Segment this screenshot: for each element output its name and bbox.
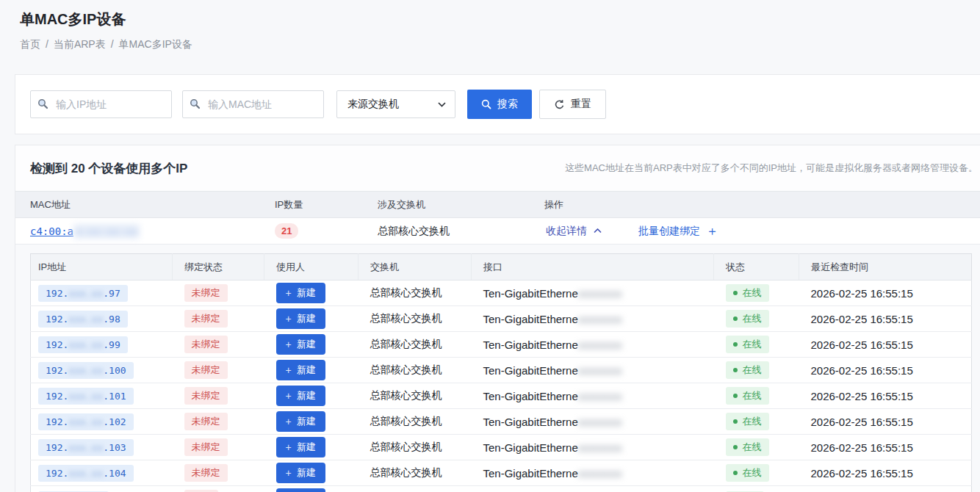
search-icon xyxy=(190,98,201,109)
switch-name: 总部核心交换机 xyxy=(370,415,442,427)
mac-address-link[interactable]: c4:00:ax:xx:xx:xx xyxy=(30,225,140,237)
source-switch-select-value: 来源交换机 xyxy=(347,98,399,111)
plus-icon: + xyxy=(286,365,292,375)
interface-name: Ten-GigabitEthernexxxxxxxx xyxy=(483,287,622,300)
ip-address-pill[interactable]: 192.xxx.xx.98 xyxy=(38,311,128,328)
online-status-badge: 在线 xyxy=(726,361,769,379)
reset-button[interactable]: 重置 xyxy=(539,90,606,119)
page-header: 单MAC多IP设备 首页 / 当前ARP表 / 单MAC多IP设备 xyxy=(0,0,980,51)
online-status-badge: 在线 xyxy=(726,438,769,456)
create-user-button[interactable]: + 新建 xyxy=(276,283,325,303)
online-status-badge: 在线 xyxy=(726,336,769,353)
detail-table-row: 192.xxx.xx.104 未绑定 + 新建 总部核心交换机 xyxy=(31,460,972,486)
mac-search-input[interactable] xyxy=(182,90,324,118)
header-ip-address: IP地址 xyxy=(31,254,173,281)
header-switch: 交换机 xyxy=(359,254,472,281)
search-icon xyxy=(481,99,491,109)
create-user-button[interactable]: + 新建 xyxy=(276,360,325,380)
detection-summary-description: 这些MAC地址在当前ARP表中对应了多个不同的IP地址，可能是虚拟化服务器或者网… xyxy=(565,162,978,175)
detail-table-row: 192.xxx.xx.101 未绑定 + 新建 总部核心交换机 xyxy=(31,383,972,409)
ip-address-pill[interactable]: 192.xxx.xx.97 xyxy=(38,285,128,302)
bind-status-badge: 未绑定 xyxy=(184,336,228,353)
plus-icon: ＋ xyxy=(706,225,718,237)
filter-bar: 来源交换机 搜索 重置 xyxy=(15,74,980,134)
redacted-interface-segment: xxxxxxxx xyxy=(578,441,622,454)
interface-name: Ten-GigabitEthernexxxxxxxx xyxy=(483,364,622,377)
switch-name: 总部核心交换机 xyxy=(370,466,442,478)
create-user-button[interactable]: + 新建 xyxy=(276,463,325,483)
header-switches: 涉及交换机 xyxy=(363,198,525,211)
search-button[interactable]: 搜索 xyxy=(467,90,532,119)
redacted-interface-segment: xxxxxxxx xyxy=(578,467,622,480)
interface-name: Ten-GigabitEthernexxxxxxxx xyxy=(483,339,622,351)
header-bind-status: 绑定状态 xyxy=(173,254,264,281)
last-check-time: 2026-02-25 16:55:15 xyxy=(811,287,913,300)
detection-summary-title: 检测到 20 个设备使用多个IP xyxy=(30,160,187,177)
batch-create-binding-link[interactable]: 批量创建绑定 ＋ xyxy=(638,225,718,238)
redacted-ip-segment: xxx.xx xyxy=(68,391,103,402)
switch-name: 总部核心交换机 xyxy=(370,441,442,452)
redacted-ip-segment: xxx.xx xyxy=(68,442,103,453)
redacted-interface-segment: xxxxxxxx xyxy=(578,364,622,377)
ip-address-pill[interactable]: 192.xxx.xx.99 xyxy=(38,336,128,353)
redacted-ip-segment: xxx.xx xyxy=(68,314,103,325)
last-check-time: 2026-02-25 16:55:15 xyxy=(811,339,913,351)
switch-name: 总部核心交换机 xyxy=(370,363,442,375)
breadcrumb-separator: / xyxy=(111,38,114,51)
create-user-button[interactable]: + 新建 xyxy=(276,386,325,406)
detail-table-header-row: IP地址 绑定状态 使用人 交换机 接口 状态 最近检查时间 xyxy=(31,254,972,281)
create-user-button[interactable]: + 新建 xyxy=(276,308,325,329)
ip-address-pill[interactable]: 192.xxx.xx.104 xyxy=(38,465,134,482)
ip-address-pill[interactable]: 192.xxx.xx.102 xyxy=(38,413,134,430)
bind-status-badge: 未绑定 xyxy=(184,284,228,302)
online-dot-icon xyxy=(733,316,738,321)
create-user-button[interactable]: + 新建 xyxy=(276,488,325,492)
redacted-ip-segment: xxx.xx xyxy=(68,365,103,376)
plus-icon: + xyxy=(286,339,292,350)
header-status: 状态 xyxy=(714,254,799,281)
device-table-header: MAC地址 IP数量 涉及交换机 操作 xyxy=(15,191,980,218)
bind-status-badge: 未绑定 xyxy=(184,464,228,482)
create-user-button[interactable]: + 新建 xyxy=(276,437,325,457)
ip-address-pill[interactable]: 192.xxx.xx.100 xyxy=(38,362,134,379)
detail-table-row: 192.xxx.xx.103 未绑定 + 新建 总部核心交换机 xyxy=(31,435,972,460)
online-dot-icon xyxy=(733,394,738,398)
redacted-interface-segment: xxxxxxxx xyxy=(578,313,622,325)
online-status-badge: 在线 xyxy=(726,284,769,302)
bind-status-badge: 未绑定 xyxy=(184,361,228,379)
bind-status-badge: 未绑定 xyxy=(184,413,228,430)
breadcrumb-home[interactable]: 首页 xyxy=(20,38,40,51)
search-button-label: 搜索 xyxy=(497,98,518,111)
interface-name: Ten-GigabitEthernexxxxxxxx xyxy=(483,390,622,402)
plus-icon: + xyxy=(286,391,292,401)
detail-table-row: 192.xxx.xx.99 未绑定 + 新建 总部核心交换机 xyxy=(31,332,972,358)
refresh-icon xyxy=(554,99,565,110)
mac-search-field-wrap xyxy=(182,90,324,118)
collapse-details-link[interactable]: 收起详情 xyxy=(546,225,602,238)
create-user-button[interactable]: + 新建 xyxy=(276,411,325,432)
switch-name: 总部核心交换机 xyxy=(370,389,442,401)
source-switch-select[interactable]: 来源交换机 xyxy=(336,90,455,118)
online-dot-icon xyxy=(733,291,738,295)
last-check-time: 2026-02-25 16:55:15 xyxy=(811,467,913,480)
redacted-ip-segment: xxx.xx xyxy=(68,468,103,479)
bind-status-badge: 未绑定 xyxy=(184,387,228,405)
last-check-time: 2026-02-25 16:55:15 xyxy=(811,441,913,454)
plus-icon: + xyxy=(286,314,292,324)
ip-address-pill[interactable]: 192.xxx.xx.103 xyxy=(38,439,134,456)
plus-icon: + xyxy=(286,442,292,452)
ip-search-input[interactable] xyxy=(30,90,172,118)
chevron-down-icon xyxy=(438,102,446,107)
reset-button-label: 重置 xyxy=(571,98,591,111)
online-dot-icon xyxy=(733,368,738,372)
plus-icon: + xyxy=(286,416,292,427)
create-user-button[interactable]: + 新建 xyxy=(276,334,325,355)
redacted-ip-segment: xxx.xx xyxy=(68,288,103,299)
device-panel: 检测到 20 个设备使用多个IP 这些MAC地址在当前ARP表中对应了多个不同的… xyxy=(15,145,980,492)
breadcrumb-arp-table[interactable]: 当前ARP表 xyxy=(54,38,106,51)
ip-address-pill[interactable]: 192.xxx.xx.101 xyxy=(38,388,134,405)
header-ip-count: IP数量 xyxy=(254,198,363,211)
online-dot-icon xyxy=(733,342,738,347)
header-interface: 接口 xyxy=(472,254,714,281)
interface-name: Ten-GigabitEthernexxxxxxxx xyxy=(483,441,622,454)
